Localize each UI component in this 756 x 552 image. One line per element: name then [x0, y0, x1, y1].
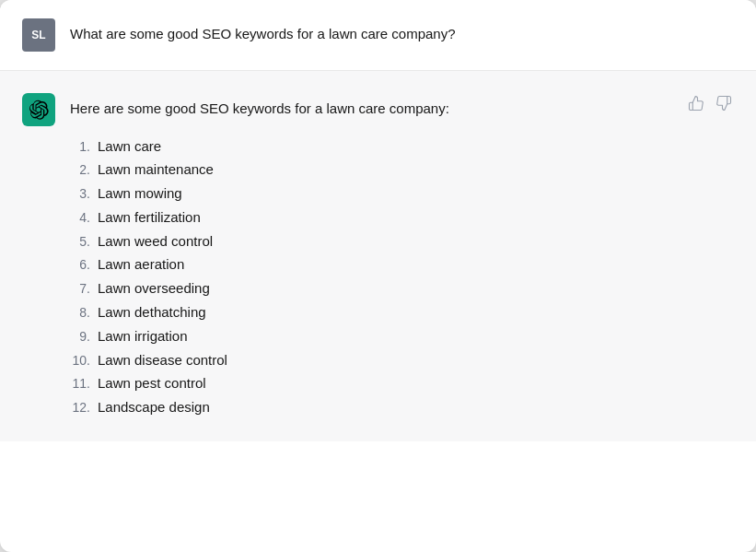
thumbs-up-button[interactable] [686, 93, 706, 113]
list-item-text: Lawn weed control [98, 229, 213, 253]
list-item: 10.Lawn disease control [70, 348, 734, 372]
thumbs-down-icon [715, 95, 732, 112]
list-item-text: Lawn fertilization [98, 206, 201, 229]
chatgpt-avatar [22, 93, 55, 126]
list-number: 7. [70, 278, 90, 300]
assistant-intro-text: Here are some good SEO keywords for a la… [70, 93, 734, 120]
keyword-list: 1.Lawn care2.Lawn maintenance3.Lawn mowi… [70, 135, 734, 420]
list-item: 4.Lawn fertilization [70, 206, 734, 229]
list-number: 10. [70, 350, 90, 372]
list-number: 12. [70, 397, 90, 419]
user-message-text: What are some good SEO keywords for a la… [70, 18, 456, 45]
list-item-text: Lawn pest control [98, 371, 206, 395]
list-number: 1. [70, 136, 90, 159]
avatar: SL [22, 18, 55, 52]
list-number: 5. [70, 231, 90, 253]
list-item-text: Lawn disease control [98, 348, 227, 372]
list-item-text: Lawn dethatching [98, 300, 206, 324]
list-number: 8. [70, 302, 90, 324]
list-item: 7.Lawn overseeding [70, 276, 734, 300]
chat-window: SL What are some good SEO keywords for a… [0, 0, 756, 552]
assistant-message: Here are some good SEO keywords for a la… [0, 71, 756, 441]
list-number: 11. [70, 373, 90, 395]
list-item: 2.Lawn maintenance [70, 158, 734, 182]
list-item: 3.Lawn mowing [70, 182, 734, 206]
list-item: 6.Lawn aeration [70, 253, 734, 276]
list-item-text: Lawn maintenance [98, 158, 214, 182]
list-item-text: Lawn mowing [98, 182, 182, 206]
assistant-content: Here are some good SEO keywords for a la… [70, 93, 734, 419]
list-item: 1.Lawn care [70, 135, 734, 159]
list-number: 3. [70, 183, 90, 206]
list-item-text: Lawn irrigation [98, 324, 188, 348]
chatgpt-icon [29, 100, 49, 120]
list-item: 11.Lawn pest control [70, 371, 734, 395]
list-item: 12.Landscape design [70, 395, 734, 419]
list-item: 8.Lawn dethatching [70, 300, 734, 324]
list-item: 5.Lawn weed control [70, 229, 734, 253]
user-message: SL What are some good SEO keywords for a… [0, 0, 756, 71]
list-number: 2. [70, 159, 90, 182]
thumbs-up-icon [688, 95, 704, 112]
list-number: 9. [70, 326, 90, 348]
thumbs-down-button[interactable] [714, 93, 734, 113]
list-item-text: Lawn overseeding [98, 276, 210, 300]
avatar-initials: SL [31, 29, 45, 41]
list-item-text: Lawn care [98, 135, 161, 159]
list-number: 6. [70, 254, 90, 276]
list-item-text: Landscape design [98, 395, 210, 419]
list-item: 9.Lawn irrigation [70, 324, 734, 348]
list-item-text: Lawn aeration [98, 253, 184, 276]
list-number: 4. [70, 207, 90, 229]
feedback-icons [686, 93, 734, 113]
